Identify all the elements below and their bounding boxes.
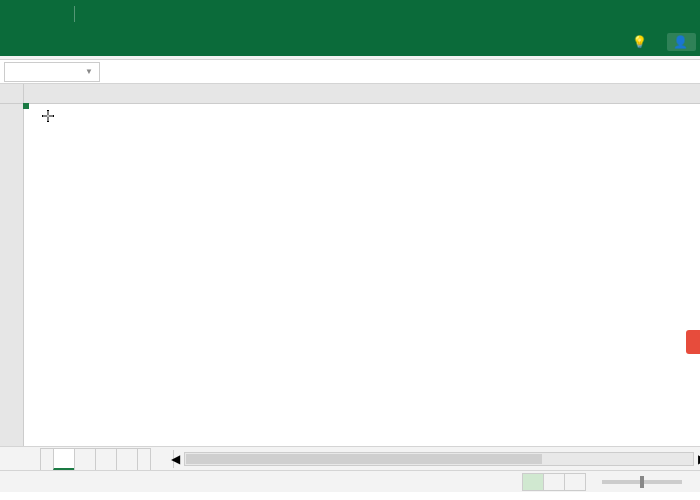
ribbon-options-icon[interactable] [540,0,580,28]
undo-icon[interactable] [28,5,46,23]
name-box-dropdown-icon[interactable]: ▼ [85,67,93,76]
tab-data[interactable] [108,28,128,56]
tab-page-layout[interactable] [68,28,88,56]
view-page-layout-icon[interactable] [543,473,565,491]
spreadsheet-grid[interactable] [0,84,700,446]
tab-developer[interactable] [168,28,188,56]
share-button[interactable]: 👤 [667,33,696,51]
sheet-tab-3[interactable] [116,448,138,470]
hscroll-left-icon[interactable]: ◀ [171,452,180,466]
save-icon[interactable] [6,5,24,23]
status-bar [0,470,700,492]
active-cell-indicator [24,104,28,108]
sheet-tab-overflow-right[interactable] [137,448,151,470]
tab-file[interactable] [8,28,28,56]
view-buttons [523,473,586,491]
row-headers[interactable] [0,104,24,446]
qat-separator [74,6,75,22]
redo-icon[interactable] [50,5,68,23]
tab-formulas[interactable] [88,28,108,56]
column-headers[interactable] [24,84,700,104]
zoom-slider-knob[interactable] [640,476,644,488]
tab-review[interactable] [128,28,148,56]
cells-area[interactable] [24,104,700,446]
title-bar [0,0,700,28]
zoom-control [596,480,694,484]
sheet-tab-0[interactable] [53,448,75,470]
view-normal-icon[interactable] [522,473,544,491]
view-page-break-icon[interactable] [564,473,586,491]
side-panel-tab[interactable] [686,330,700,354]
zoom-slider[interactable] [602,480,682,484]
formula-bar: ▼ [0,60,700,84]
tab-insert[interactable] [48,28,68,56]
tab-home[interactable] [28,28,48,56]
sheet-tab-2[interactable] [95,448,117,470]
share-icon: 👤 [673,35,688,49]
formula-input[interactable] [152,62,700,82]
name-box[interactable]: ▼ [4,62,100,82]
new-sheet-button[interactable] [150,448,170,470]
sheet-tab-bar: ◀ ▶ [0,446,700,470]
close-button[interactable] [660,0,700,28]
select-all-corner[interactable] [0,84,24,104]
ribbon-tabs: 💡 👤 [0,28,700,56]
sheet-tab-1[interactable] [74,448,96,470]
qat-more-icon[interactable] [81,5,99,23]
tab-view[interactable] [148,28,168,56]
quick-access-toolbar [0,5,99,23]
minimize-button[interactable] [580,0,620,28]
restore-button[interactable] [620,0,660,28]
window-controls [540,0,700,28]
tell-me-icon: 💡 [632,35,647,49]
sheet-tab-overflow-left[interactable] [40,448,54,470]
sheet-tabs [40,447,169,470]
scrollbar-thumb[interactable] [186,454,542,464]
horizontal-scrollbar[interactable]: ◀ ▶ [184,452,694,466]
